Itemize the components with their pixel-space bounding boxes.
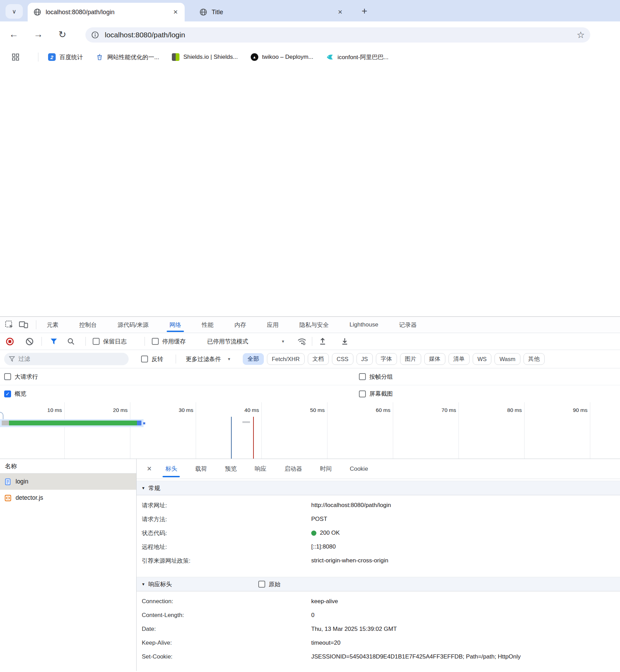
tab-label: 启动器 bbox=[284, 465, 302, 473]
address-bar[interactable]: localhost:8080/path/login ☆ bbox=[85, 27, 590, 43]
tab-label: 源代码/来源 bbox=[118, 321, 149, 329]
inspect-element-icon[interactable] bbox=[5, 320, 14, 329]
clear-network-log-icon[interactable] bbox=[25, 337, 34, 346]
kv-row-content-length: Content-Length: 0 bbox=[137, 608, 620, 622]
screenshots-label: 屏幕截图 bbox=[369, 390, 393, 398]
gridline bbox=[459, 402, 459, 459]
back-button[interactable]: ← bbox=[9, 29, 18, 40]
devtools-tab-privacy-security[interactable]: 隐私与安全 bbox=[289, 317, 339, 333]
disable-cache-checkbox[interactable] bbox=[152, 338, 159, 345]
tab-label: 网络 bbox=[169, 321, 181, 329]
devtools-tab-network[interactable]: 网络 bbox=[159, 317, 192, 333]
network-conditions-icon[interactable] bbox=[297, 337, 306, 346]
more-filters-button[interactable]: 更多过滤条件 bbox=[186, 355, 221, 363]
tab-close-icon[interactable]: × bbox=[172, 8, 179, 17]
big-request-rows-label: 大请求行 bbox=[15, 373, 38, 381]
devtools-tab-performance[interactable]: 性能 bbox=[192, 317, 224, 333]
details-tab-initiator[interactable]: 启动器 bbox=[284, 459, 302, 479]
section-title: 响应标头 bbox=[148, 580, 172, 588]
raw-headers-checkbox[interactable] bbox=[258, 581, 265, 588]
chip-img[interactable]: 图片 bbox=[400, 353, 421, 365]
forward-button[interactable]: → bbox=[34, 29, 43, 40]
details-tab-preview[interactable]: 预览 bbox=[225, 459, 237, 479]
throttling-select[interactable]: 已停用节流模式 bbox=[207, 338, 248, 346]
bookmark-star-icon[interactable]: ☆ bbox=[577, 30, 585, 40]
bookmark-label: 网站性能优化的一... bbox=[107, 53, 159, 61]
general-section-header[interactable]: ▼ 常规 bbox=[137, 481, 620, 495]
devtools-tab-elements[interactable]: 元素 bbox=[36, 317, 69, 333]
device-toolbar-icon[interactable] bbox=[19, 320, 28, 329]
chip-js[interactable]: JS bbox=[357, 353, 373, 365]
cup-icon bbox=[96, 53, 103, 61]
chip-ws[interactable]: WS bbox=[473, 353, 492, 365]
devtools-tab-sources[interactable]: 源代码/来源 bbox=[107, 317, 159, 333]
browser-tab-active[interactable]: localhost:8080/path/login × bbox=[28, 3, 185, 21]
chip-other[interactable]: 其他 bbox=[524, 353, 545, 365]
export-har-icon[interactable] bbox=[341, 337, 349, 346]
devtools-tab-console[interactable]: 控制台 bbox=[69, 317, 107, 333]
kv-key: Connection: bbox=[137, 598, 311, 605]
request-list-header[interactable]: 名称 bbox=[0, 459, 136, 473]
chip-all[interactable]: 全部 bbox=[243, 353, 264, 365]
devtools-tab-memory[interactable]: 内存 bbox=[224, 317, 257, 333]
details-tab-payload[interactable]: 载荷 bbox=[195, 459, 207, 479]
apps-grid-icon[interactable] bbox=[12, 53, 19, 61]
devtools-tab-recorder[interactable]: 记录器 bbox=[389, 317, 427, 333]
bookmark-label: 百度统计 bbox=[59, 53, 83, 61]
close-icon[interactable]: × bbox=[147, 464, 151, 473]
gridline bbox=[590, 402, 590, 459]
group-by-frame-checkbox[interactable] bbox=[359, 373, 366, 380]
bookmarks-divider bbox=[38, 53, 38, 62]
tab-close-icon[interactable]: × bbox=[336, 8, 344, 17]
browser-tab-inactive[interactable]: Title × bbox=[194, 3, 349, 21]
chip-manifest[interactable]: 清单 bbox=[448, 353, 470, 365]
details-tab-response[interactable]: 响应 bbox=[255, 459, 266, 479]
tick-label: 10 ms bbox=[47, 407, 62, 413]
tick-label: 60 ms bbox=[376, 407, 390, 413]
chevron-down-icon[interactable]: ▼ bbox=[227, 357, 231, 361]
preserve-log-checkbox[interactable] bbox=[93, 338, 100, 345]
twikoo-triangle-icon: ▲ bbox=[251, 53, 258, 61]
request-row-detector-js[interactable]: detector.js bbox=[0, 490, 136, 506]
import-har-icon[interactable] bbox=[318, 337, 327, 346]
details-tab-cookies[interactable]: Cookie bbox=[350, 459, 368, 479]
new-tab-button[interactable]: + bbox=[358, 4, 371, 18]
overview-checkbox[interactable]: ✓ bbox=[4, 390, 11, 397]
tab-label: 响应 bbox=[255, 465, 266, 473]
site-info-icon[interactable] bbox=[91, 31, 99, 39]
network-options-row-1: 大请求行 按帧分组 bbox=[0, 368, 620, 385]
search-icon[interactable] bbox=[67, 338, 75, 346]
network-overview-timeline[interactable]: 10 ms 20 ms 30 ms 40 ms 50 ms 60 ms 70 m… bbox=[0, 402, 620, 459]
details-tab-timing[interactable]: 时间 bbox=[320, 459, 332, 479]
invert-filter-checkbox[interactable] bbox=[141, 356, 148, 362]
chip-fetch-xhr[interactable]: Fetch/XHR bbox=[267, 353, 305, 365]
chevron-down-icon[interactable]: ▼ bbox=[281, 339, 285, 343]
request-row-login[interactable]: login bbox=[0, 473, 136, 490]
kv-key: Keep-Alive: bbox=[137, 639, 311, 646]
bookmark-item-twikoo[interactable]: ▲ twikoo – Deploym... bbox=[248, 52, 316, 62]
reload-button[interactable]: ↻ bbox=[58, 29, 66, 40]
details-tab-headers[interactable]: 标头 bbox=[165, 459, 177, 479]
bookmark-item-baidu-tongji[interactable]: 2 百度统计 bbox=[45, 52, 86, 63]
devtools-tab-application[interactable]: 应用 bbox=[257, 317, 289, 333]
chip-media[interactable]: 媒体 bbox=[424, 353, 445, 365]
chip-font[interactable]: 字体 bbox=[376, 353, 397, 365]
bookmark-item-shields-io[interactable]: Shields.io | Shields... bbox=[169, 52, 241, 62]
script-icon bbox=[4, 494, 12, 502]
response-headers-section-header[interactable]: ▼ 响应标头 原始 bbox=[137, 577, 620, 591]
filter-funnel-icon[interactable] bbox=[50, 338, 57, 345]
chip-wasm[interactable]: Wasm bbox=[494, 353, 520, 365]
screenshots-checkbox[interactable] bbox=[359, 390, 366, 397]
big-request-rows-checkbox[interactable] bbox=[4, 373, 11, 380]
record-network-log-icon[interactable] bbox=[6, 337, 14, 346]
tab-search-button[interactable]: ∨ bbox=[6, 4, 23, 19]
bookmark-item-iconfont[interactable]: iconfont-阿里巴巴... bbox=[323, 52, 391, 63]
bookmark-item-site-performance[interactable]: 网站性能优化的一... bbox=[93, 52, 162, 63]
chip-doc[interactable]: 文档 bbox=[308, 353, 329, 365]
kv-key: 请求方法: bbox=[137, 515, 311, 523]
filter-input[interactable] bbox=[18, 356, 124, 362]
devtools-tab-lighthouse[interactable]: Lighthouse bbox=[339, 317, 389, 333]
section-title: 常规 bbox=[148, 484, 160, 492]
chip-css[interactable]: CSS bbox=[332, 353, 353, 365]
filter-input-wrap bbox=[4, 353, 129, 365]
